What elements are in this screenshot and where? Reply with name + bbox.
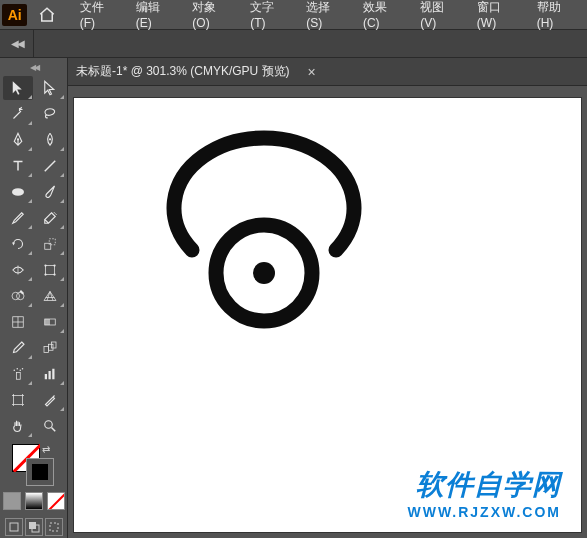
- chevron-left-icon: ◀◀: [11, 38, 23, 49]
- free-transform-tool[interactable]: [35, 258, 65, 282]
- document-tab-label: 未标题-1* @ 301.3% (CMYK/GPU 预览): [76, 63, 290, 80]
- curvature-tool[interactable]: [35, 128, 65, 152]
- zoom-tool[interactable]: [35, 414, 65, 438]
- eraser-tool[interactable]: [35, 206, 65, 230]
- menu-object[interactable]: 对象(O): [183, 0, 241, 35]
- svg-rect-24: [52, 369, 54, 380]
- svg-point-18: [13, 370, 15, 372]
- app-menubar: Ai 文件(F) 编辑(E) 对象(O) 文字(T) 选择(S) 效果(C) 视…: [0, 0, 587, 30]
- shaper-tool[interactable]: [3, 206, 33, 230]
- svg-rect-16: [51, 342, 56, 348]
- menu-window[interactable]: 窗口(W): [468, 0, 528, 35]
- home-icon[interactable]: [31, 3, 62, 27]
- menu-edit[interactable]: 编辑(E): [127, 0, 184, 35]
- menu-file[interactable]: 文件(F): [71, 0, 127, 35]
- blend-tool[interactable]: [35, 336, 65, 360]
- scale-tool[interactable]: [35, 232, 65, 256]
- menu-type[interactable]: 文字(T): [241, 0, 297, 35]
- color-mode-row: [2, 492, 65, 510]
- svg-rect-17: [16, 373, 20, 380]
- panel-toggle[interactable]: ◀◀: [0, 30, 34, 57]
- vector-artwork: [164, 128, 384, 348]
- svg-rect-5: [45, 266, 54, 275]
- gradient-button[interactable]: [25, 492, 43, 510]
- ellipse-tool[interactable]: [3, 180, 33, 204]
- menu-effect[interactable]: 效果(C): [354, 0, 411, 35]
- svg-point-9: [53, 273, 55, 275]
- pen-tool[interactable]: [3, 128, 33, 152]
- eyedropper-tool[interactable]: [3, 336, 33, 360]
- svg-point-7: [53, 264, 55, 266]
- draw-inside[interactable]: [45, 518, 63, 536]
- document-area: 未标题-1* @ 301.3% (CMYK/GPU 预览) × 软件自学网 WW…: [68, 58, 587, 538]
- artboard-tool[interactable]: [3, 388, 33, 412]
- draw-mode-row: [2, 518, 65, 536]
- close-icon[interactable]: ×: [308, 64, 316, 80]
- svg-rect-25: [13, 396, 22, 405]
- svg-point-32: [253, 262, 275, 284]
- svg-point-21: [21, 368, 23, 370]
- lasso-tool[interactable]: [35, 102, 65, 126]
- none-button[interactable]: [47, 492, 65, 510]
- watermark-url: WWW.RJZXW.COM: [407, 504, 561, 520]
- gradient-tool[interactable]: [35, 310, 65, 334]
- svg-rect-14: [44, 347, 49, 353]
- draw-behind[interactable]: [25, 518, 43, 536]
- magic-wand-tool[interactable]: [3, 102, 33, 126]
- perspective-grid-tool[interactable]: [35, 284, 65, 308]
- menu-help[interactable]: 帮助(H): [528, 0, 585, 35]
- svg-rect-22: [44, 374, 46, 379]
- svg-point-20: [19, 370, 21, 372]
- svg-rect-27: [10, 523, 18, 531]
- document-tab[interactable]: 未标题-1* @ 301.3% (CMYK/GPU 预览) ×: [68, 58, 587, 86]
- menu-view[interactable]: 视图(V): [411, 0, 468, 35]
- svg-point-1: [48, 138, 50, 140]
- line-segment-tool[interactable]: [35, 154, 65, 178]
- svg-point-2: [12, 188, 24, 196]
- column-graph-tool[interactable]: [35, 362, 65, 386]
- direct-selection-tool[interactable]: [35, 76, 65, 100]
- stroke-swatch[interactable]: [26, 458, 54, 486]
- svg-point-6: [44, 264, 46, 266]
- mesh-tool[interactable]: [3, 310, 33, 334]
- artboard[interactable]: 软件自学网 WWW.RJZXW.COM: [74, 98, 581, 532]
- svg-rect-15: [48, 344, 53, 350]
- svg-rect-30: [50, 523, 58, 531]
- paintbrush-tool[interactable]: [35, 180, 65, 204]
- app-logo: Ai: [2, 4, 27, 26]
- width-tool[interactable]: [3, 258, 33, 282]
- fill-stroke-control[interactable]: ⇄: [2, 444, 65, 488]
- tools-panel: ◀◀: [0, 58, 68, 538]
- menu-select[interactable]: 选择(S): [297, 0, 354, 35]
- panel-collapse-icon[interactable]: ◀◀: [2, 62, 65, 72]
- svg-point-8: [44, 273, 46, 275]
- watermark: 软件自学网 WWW.RJZXW.COM: [407, 466, 561, 520]
- svg-point-26: [44, 421, 52, 429]
- svg-rect-3: [44, 243, 50, 249]
- svg-point-0: [16, 138, 18, 140]
- symbol-sprayer-tool[interactable]: [3, 362, 33, 386]
- draw-normal[interactable]: [5, 518, 23, 536]
- svg-point-10: [12, 292, 20, 300]
- svg-point-19: [16, 368, 18, 370]
- main-menu: 文件(F) 编辑(E) 对象(O) 文字(T) 选择(S) 效果(C) 视图(V…: [71, 0, 585, 35]
- slice-tool[interactable]: [35, 388, 65, 412]
- color-button[interactable]: [3, 492, 21, 510]
- shape-builder-tool[interactable]: [3, 284, 33, 308]
- svg-rect-23: [48, 371, 50, 379]
- svg-rect-4: [49, 239, 55, 245]
- canvas-viewport[interactable]: 软件自学网 WWW.RJZXW.COM: [68, 86, 587, 538]
- watermark-title: 软件自学网: [407, 466, 561, 504]
- selection-tool[interactable]: [3, 76, 33, 100]
- rotate-tool[interactable]: [3, 232, 33, 256]
- type-tool[interactable]: [3, 154, 33, 178]
- swap-fill-stroke-icon[interactable]: ⇄: [42, 444, 50, 455]
- hand-tool[interactable]: [3, 414, 33, 438]
